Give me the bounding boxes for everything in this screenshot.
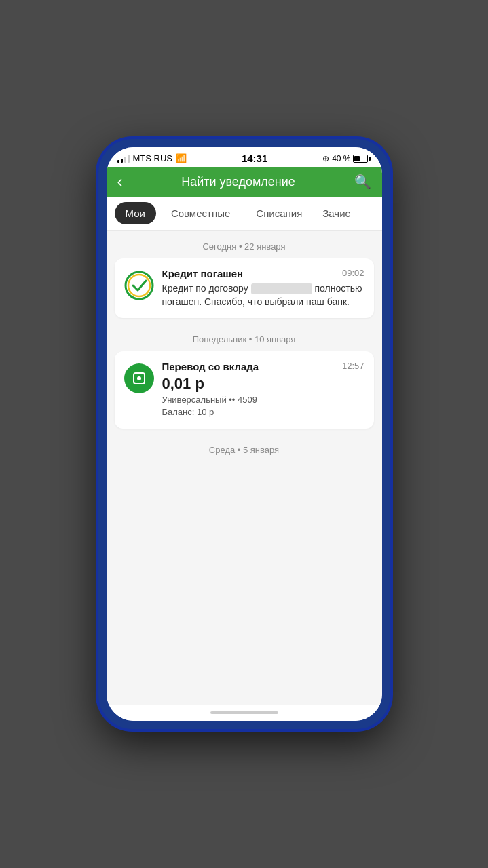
signal-icon (117, 155, 130, 163)
credit-notif-header: Кредит погашен 09:02 (162, 268, 364, 279)
credit-icon (124, 271, 154, 300)
date-separator-wednesday: Среда • 5 января (107, 434, 382, 462)
credit-notification-body: Кредит погашен 09:02 Кредит по договору … (162, 268, 364, 309)
notifications-list: Сегодня • 22 января Кредит погашен 09:02 (107, 231, 382, 705)
tab-bar: Мои Совместные Списания Зачис (107, 197, 382, 231)
credit-notif-title: Кредит погашен (162, 268, 244, 279)
status-right: ⊕ 40 % (322, 154, 371, 163)
redacted-contract (251, 283, 312, 294)
notification-credit-paid[interactable]: Кредит погашен 09:02 Кредит по договору … (115, 258, 374, 318)
search-icon[interactable]: 🔍 (354, 174, 371, 190)
transfer-amount: 0,01 р (162, 375, 364, 393)
tab-spisaniya[interactable]: Списания (245, 202, 313, 224)
tab-moi[interactable]: Мои (115, 202, 156, 224)
tab-zachis[interactable]: Зачис (317, 202, 356, 224)
credit-notif-text: Кредит по договору полностью погашен. Сп… (162, 282, 364, 309)
home-indicator (107, 705, 382, 721)
transfer-notif-title: Перевод со вклада (162, 361, 259, 372)
date-separator-today: Сегодня • 22 января (107, 231, 382, 258)
wifi-icon: 📶 (176, 153, 187, 163)
tab-sovmestnie[interactable]: Совместные (160, 202, 241, 224)
status-left: MTS RUS 📶 (117, 153, 187, 163)
home-bar (210, 711, 278, 714)
nav-title: Найти уведомление (131, 175, 346, 189)
battery-icon (353, 155, 371, 163)
svg-point-0 (126, 272, 153, 299)
transfer-sub-text: Универсальный •• 4509Баланс: 10 р (162, 394, 364, 418)
transfer-notification-body: Перевод со вклада 12:57 0,01 р Универсал… (162, 361, 364, 418)
svg-point-3 (137, 376, 141, 380)
transfer-notif-time: 12:57 (342, 361, 364, 371)
transfer-icon (124, 363, 154, 393)
transfer-notif-header: Перевод со вклада 12:57 (162, 361, 364, 372)
date-separator-monday: Понедельник • 10 января (107, 323, 382, 351)
carrier-label: MTS RUS (133, 153, 173, 163)
back-button[interactable]: ‹ (117, 174, 123, 190)
svg-point-1 (128, 275, 150, 296)
credit-notif-time: 09:02 (342, 268, 364, 278)
battery-label: 40 % (332, 154, 350, 163)
clock: 14:31 (242, 153, 267, 164)
nav-bar: ‹ Найти уведомление 🔍 (107, 167, 382, 197)
notification-transfer[interactable]: Перевод со вклада 12:57 0,01 р Универсал… (115, 351, 374, 428)
status-bar: MTS RUS 📶 14:31 ⊕ 40 % (107, 147, 382, 167)
location-icon: ⊕ (322, 154, 329, 163)
